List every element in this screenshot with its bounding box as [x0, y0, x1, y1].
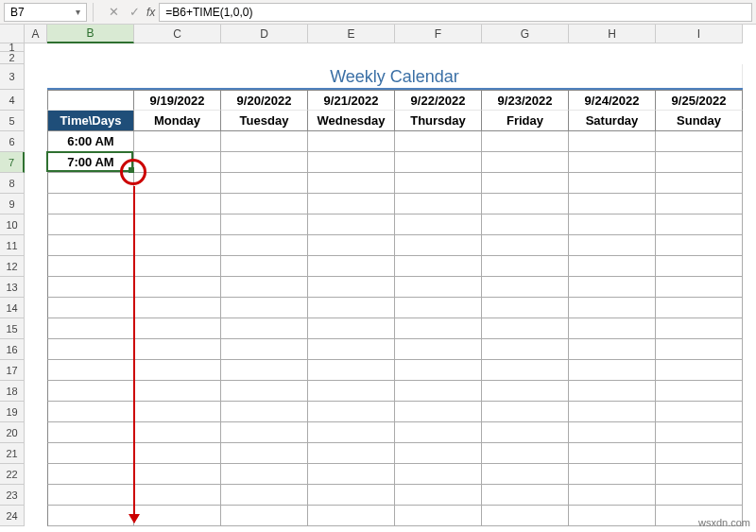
data-cell-G22[interactable] — [482, 464, 569, 485]
data-cell-G8[interactable] — [482, 173, 569, 194]
row-header-21[interactable]: 21 — [0, 443, 25, 464]
row-header-10[interactable]: 10 — [0, 215, 25, 235]
row-header-1[interactable]: 1 — [0, 43, 25, 52]
time-cell-13[interactable] — [47, 277, 134, 298]
data-cell-G13[interactable] — [482, 277, 569, 298]
data-cell-G19[interactable] — [482, 402, 569, 422]
row-header-20[interactable]: 20 — [0, 422, 25, 443]
data-cell-C14[interactable] — [134, 298, 221, 318]
row-header-13[interactable]: 13 — [0, 277, 25, 298]
data-cell-C10[interactable] — [134, 215, 221, 235]
time-cell-16[interactable] — [47, 339, 134, 360]
cancel-icon[interactable]: ✕ — [107, 5, 120, 19]
data-cell-D14[interactable] — [221, 298, 308, 318]
row-header-22[interactable]: 22 — [0, 464, 25, 485]
data-cell-I6[interactable] — [656, 131, 743, 152]
data-cell-E12[interactable] — [308, 256, 395, 277]
data-cell-G16[interactable] — [482, 339, 569, 360]
data-cell-C20[interactable] — [134, 422, 221, 443]
data-cell-E14[interactable] — [308, 298, 395, 318]
col-header-D[interactable]: D — [221, 25, 308, 43]
data-cell-H16[interactable] — [569, 339, 656, 360]
data-cell-G9[interactable] — [482, 194, 569, 215]
data-cell-F21[interactable] — [395, 443, 482, 464]
data-cell-C11[interactable] — [134, 235, 221, 256]
col-header-A[interactable]: A — [25, 25, 47, 43]
time-cell-21[interactable] — [47, 443, 134, 464]
data-cell-E21[interactable] — [308, 443, 395, 464]
data-cell-F6[interactable] — [395, 131, 482, 152]
data-cell-I20[interactable] — [656, 422, 743, 443]
data-cell-C16[interactable] — [134, 339, 221, 360]
data-cell-F19[interactable] — [395, 402, 482, 422]
data-cell-H13[interactable] — [569, 277, 656, 298]
data-cell-C17[interactable] — [134, 360, 221, 381]
data-cell-H12[interactable] — [569, 256, 656, 277]
data-cell-E15[interactable] — [308, 318, 395, 339]
row-header-12[interactable]: 12 — [0, 256, 25, 277]
data-cell-F14[interactable] — [395, 298, 482, 318]
row-header-8[interactable]: 8 — [0, 173, 25, 194]
data-cell-I7[interactable] — [656, 152, 743, 173]
data-cell-H15[interactable] — [569, 318, 656, 339]
data-cell-D18[interactable] — [221, 381, 308, 402]
data-cell-G7[interactable] — [482, 152, 569, 173]
data-cell-C9[interactable] — [134, 194, 221, 215]
data-cell-G20[interactable] — [482, 422, 569, 443]
commit-icon[interactable]: ✓ — [128, 5, 141, 19]
data-cell-E17[interactable] — [308, 360, 395, 381]
data-cell-G11[interactable] — [482, 235, 569, 256]
data-cell-F17[interactable] — [395, 360, 482, 381]
data-cell-E10[interactable] — [308, 215, 395, 235]
data-cell-H14[interactable] — [569, 298, 656, 318]
data-cell-E16[interactable] — [308, 339, 395, 360]
data-cell-E8[interactable] — [308, 173, 395, 194]
data-cell-D10[interactable] — [221, 215, 308, 235]
data-cell-D15[interactable] — [221, 318, 308, 339]
data-cell-D19[interactable] — [221, 402, 308, 422]
data-cell-F22[interactable] — [395, 464, 482, 485]
data-cell-F16[interactable] — [395, 339, 482, 360]
time-cell-24[interactable] — [47, 506, 134, 526]
data-cell-H19[interactable] — [569, 402, 656, 422]
col-header-G[interactable]: G — [482, 25, 569, 43]
data-cell-D13[interactable] — [221, 277, 308, 298]
row-header-4[interactable]: 4 — [0, 90, 25, 111]
data-cell-F18[interactable] — [395, 381, 482, 402]
data-cell-H11[interactable] — [569, 235, 656, 256]
row-header-2[interactable]: 2 — [0, 52, 25, 64]
select-all-button[interactable] — [0, 25, 25, 43]
time-cell-7[interactable]: 7:00 AM — [47, 152, 134, 173]
data-cell-H24[interactable] — [569, 506, 656, 526]
data-cell-C13[interactable] — [134, 277, 221, 298]
data-cell-D24[interactable] — [221, 506, 308, 526]
data-cell-E9[interactable] — [308, 194, 395, 215]
data-cell-E24[interactable] — [308, 506, 395, 526]
fx-icon[interactable]: fx — [146, 6, 155, 19]
data-cell-F24[interactable] — [395, 506, 482, 526]
data-cell-F13[interactable] — [395, 277, 482, 298]
data-cell-G23[interactable] — [482, 485, 569, 506]
row-header-23[interactable]: 23 — [0, 485, 25, 506]
data-cell-F23[interactable] — [395, 485, 482, 506]
data-cell-I17[interactable] — [656, 360, 743, 381]
data-cell-G15[interactable] — [482, 318, 569, 339]
time-cell-8[interactable] — [47, 173, 134, 194]
data-cell-H18[interactable] — [569, 381, 656, 402]
col-header-H[interactable]: H — [569, 25, 656, 43]
data-cell-I8[interactable] — [656, 173, 743, 194]
data-cell-I13[interactable] — [656, 277, 743, 298]
data-cell-F12[interactable] — [395, 256, 482, 277]
time-cell-20[interactable] — [47, 422, 134, 443]
data-cell-D22[interactable] — [221, 464, 308, 485]
data-cell-D9[interactable] — [221, 194, 308, 215]
data-cell-F7[interactable] — [395, 152, 482, 173]
row-header-7[interactable]: 7 — [0, 152, 25, 173]
data-cell-C21[interactable] — [134, 443, 221, 464]
data-cell-D7[interactable] — [221, 152, 308, 173]
time-cell-9[interactable] — [47, 194, 134, 215]
data-cell-H8[interactable] — [569, 173, 656, 194]
data-cell-C18[interactable] — [134, 381, 221, 402]
row-header-16[interactable]: 16 — [0, 339, 25, 360]
time-cell-14[interactable] — [47, 298, 134, 318]
